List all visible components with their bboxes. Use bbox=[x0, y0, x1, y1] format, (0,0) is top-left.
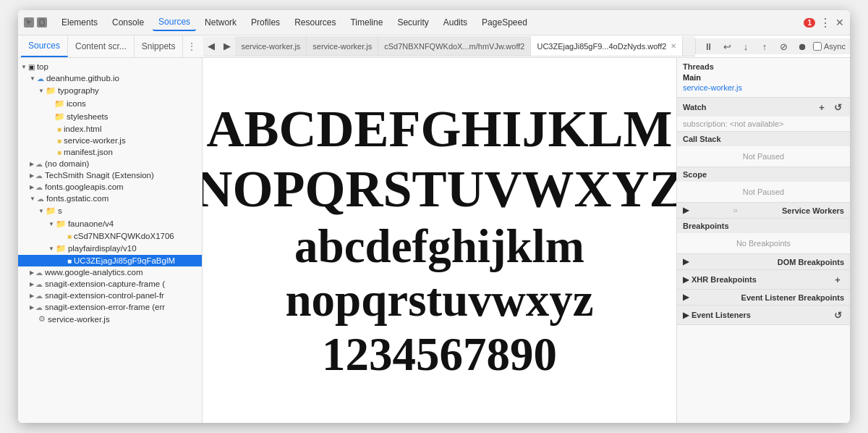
async-checkbox[interactable] bbox=[813, 42, 822, 51]
folder-icon: 📁 bbox=[46, 206, 56, 216]
mobile-icon[interactable] bbox=[37, 17, 47, 28]
watch-section: Watch + ↺ subscription: <not available> bbox=[677, 98, 850, 132]
tree-label-googleapis: fonts.googleapis.com bbox=[45, 182, 124, 191]
step-out-button[interactable]: ↑ bbox=[757, 38, 773, 54]
folder-icon: 📁 bbox=[56, 219, 66, 229]
pause-button[interactable]: ⏸ bbox=[700, 38, 716, 54]
deactivate-button[interactable]: ⊘ bbox=[775, 38, 791, 54]
tree-item-sw-gear[interactable]: ⚙ service-worker.js bbox=[18, 313, 202, 325]
dom-bp-header[interactable]: ▶ DOM Breakpoints bbox=[677, 254, 850, 269]
threads-main-label: Main bbox=[683, 72, 844, 83]
watch-refresh-icon[interactable]: ↺ bbox=[831, 101, 844, 114]
scope-header[interactable]: Scope bbox=[677, 167, 850, 182]
menu-item-security[interactable]: Security bbox=[391, 14, 434, 30]
typo-lowercase-first: abcdefghijklm bbox=[203, 219, 676, 274]
triangle-icon: ▶ bbox=[30, 304, 34, 311]
tree-item-csdf[interactable]: ■ cSd7NBXNFQWKdoX1706 bbox=[18, 230, 202, 242]
breakpoints-content: No Breakpoints bbox=[677, 233, 850, 253]
xhr-bp-header[interactable]: ▶ XHR Breakpoints + bbox=[677, 270, 850, 289]
callstack-status: Not Paused bbox=[683, 149, 844, 164]
watch-title: Watch bbox=[683, 103, 707, 112]
menu-icons bbox=[24, 17, 47, 28]
tab-sources[interactable]: Sources bbox=[21, 35, 68, 57]
step-into-button[interactable]: ↓ bbox=[738, 38, 754, 54]
tree-label-snagit-error: snagit-extension-error-frame (err bbox=[45, 303, 165, 311]
tree-label-top: top bbox=[37, 62, 48, 71]
tree-item-faunaone[interactable]: ▼ 📁 faunaone/v4 bbox=[18, 217, 202, 230]
watch-add-icon[interactable]: + bbox=[815, 101, 828, 114]
el-bp-triangle: ▶ bbox=[683, 293, 689, 302]
file-tab-sw2[interactable]: service-worker.js bbox=[307, 36, 378, 56]
tree-item-top[interactable]: ▼ ▣ top bbox=[18, 61, 202, 72]
sources-tab-more[interactable]: ⋮ bbox=[183, 41, 200, 51]
nav-back-icon[interactable]: ◀ bbox=[203, 38, 219, 54]
cloud-icon: ☁ bbox=[35, 172, 43, 180]
menu-item-profiles[interactable]: Profiles bbox=[245, 14, 286, 30]
file-tree: ▼ ▣ top ▼ ☁ deanhume.github.io ▼ 📁 typog… bbox=[18, 58, 203, 423]
close-devtools-icon[interactable]: ✕ bbox=[835, 17, 844, 28]
tree-label-playfair: playfairdisplay/v10 bbox=[68, 244, 137, 253]
el-header[interactable]: ▶ Event Listeners ↺ bbox=[677, 306, 850, 324]
file-tab-woff1[interactable]: cSd7NBXNFQWKdoX...m/hmVJw.woff2 bbox=[378, 36, 531, 56]
tree-item-gstatic[interactable]: ▼ ☁ fonts.gstatic.com bbox=[18, 193, 202, 204]
menu-item-elements[interactable]: Elements bbox=[56, 14, 103, 30]
code-panel: ABCDEFGHIJKLM NOPQRSTUVWXYZ abcdefghijkl… bbox=[203, 58, 676, 423]
el-bp-header[interactable]: ▶ Event Listener Breakpoints bbox=[677, 290, 850, 305]
cloud-icon: ☁ bbox=[35, 269, 43, 277]
tree-item-manifest[interactable]: ■ manifest.json bbox=[18, 146, 202, 158]
tree-item-nodomain[interactable]: ▶ ☁ (no domain) bbox=[18, 158, 202, 169]
more-menu-icon[interactable]: ⋮ bbox=[820, 16, 831, 30]
tree-item-snagit-control[interactable]: ▶ ☁ snagit-extension-control-panel-fr bbox=[18, 290, 202, 301]
tree-item-indexhtml[interactable]: ■ index.html bbox=[18, 123, 202, 135]
watch-item: subscription: <not available> bbox=[683, 119, 844, 128]
file-tab-sw1[interactable]: service-worker.js bbox=[235, 36, 307, 56]
tree-item-uc3z[interactable]: ■ UC3ZEjagJi85gF9qFaBglM bbox=[18, 255, 202, 266]
tab-snippets[interactable]: Snippets bbox=[135, 35, 184, 57]
callstack-header[interactable]: Call Stack bbox=[677, 132, 850, 146]
triangle-icon: ▶ bbox=[30, 281, 34, 287]
tree-label-snagit-control: snagit-extension-control-panel-fr bbox=[45, 291, 164, 300]
xhr-bp-add-icon[interactable]: + bbox=[831, 273, 844, 286]
cloud-icon: ☁ bbox=[35, 280, 43, 288]
close-tab-icon[interactable]: ✕ bbox=[671, 42, 676, 50]
menu-item-timeline[interactable]: Timeline bbox=[344, 14, 388, 30]
tree-item-snagit-error[interactable]: ▶ ☁ snagit-extension-error-frame (err bbox=[18, 301, 202, 313]
watch-header[interactable]: Watch + ↺ bbox=[677, 98, 850, 117]
tree-item-snagit-capture[interactable]: ▶ ☁ snagit-extension-capture-frame ( bbox=[18, 278, 202, 290]
tree-item-googleapis[interactable]: ▶ ☁ fonts.googleapis.com bbox=[18, 181, 202, 193]
tree-item-icons[interactable]: ▶ 📁 icons bbox=[18, 97, 202, 110]
dom-bp-triangle: ▶ bbox=[683, 257, 689, 266]
menu-item-network[interactable]: Network bbox=[199, 14, 242, 30]
menu-item-sources[interactable]: Sources bbox=[153, 14, 196, 31]
tree-item-stylesheets[interactable]: ▶ 📁 stylesheets bbox=[18, 110, 202, 123]
tree-item-analytics[interactable]: ▶ ☁ www.google-analytics.com bbox=[18, 266, 202, 278]
el-triangle: ▶ bbox=[683, 311, 689, 320]
cursor-icon[interactable] bbox=[24, 17, 34, 28]
threads-content: Threads Main service-worker.js bbox=[677, 58, 850, 97]
tree-item-playfair[interactable]: ▼ 📁 playfairdisplay/v10 bbox=[18, 242, 202, 255]
tab-content-scripts[interactable]: Content scr... bbox=[68, 35, 135, 57]
xhr-bp-title: XHR Breakpoints bbox=[692, 275, 757, 284]
tree-item-sw-deanhume[interactable]: ■ service-worker.js bbox=[18, 135, 202, 146]
breakpoints-header[interactable]: Breakpoints bbox=[677, 219, 850, 233]
menu-item-audits[interactable]: Audits bbox=[438, 14, 473, 30]
tree-label-nodomain: (no domain) bbox=[45, 159, 89, 168]
menu-item-console[interactable]: Console bbox=[106, 14, 150, 30]
file-tab-woff2[interactable]: UC3ZEjagJi85gF9...4oDzNyds.woff2 ✕ bbox=[531, 36, 683, 56]
tree-item-s[interactable]: ▼ 📁 s bbox=[18, 204, 202, 217]
typo-uppercase-second: NOPQRSTUVWXYZ bbox=[203, 159, 676, 219]
menu-item-resources[interactable]: Resources bbox=[289, 14, 341, 30]
threads-main-file[interactable]: service-worker.js bbox=[683, 83, 844, 93]
cloud-icon: ☁ bbox=[35, 292, 43, 300]
tree-item-snagit-ext[interactable]: ▶ ☁ TechSmith Snagit (Extension) bbox=[18, 169, 202, 181]
breakpoint-button[interactable]: ⏺ bbox=[794, 38, 810, 54]
el-refresh-icon[interactable]: ↺ bbox=[831, 308, 844, 321]
tree-item-typography[interactable]: ▼ 📁 typography bbox=[18, 84, 202, 97]
step-over-button[interactable]: ↩ bbox=[719, 38, 735, 54]
tree-item-deanhume[interactable]: ▼ ☁ deanhume.github.io bbox=[18, 72, 202, 84]
cloud-icon: ☁ bbox=[35, 160, 43, 168]
sw-header[interactable]: ▶ ○ Service Workers bbox=[677, 203, 850, 218]
nav-forward-icon[interactable]: ▶ bbox=[219, 38, 235, 54]
menu-item-pagespeed[interactable]: PageSpeed bbox=[476, 14, 533, 30]
cloud-icon: ☁ bbox=[35, 303, 43, 311]
